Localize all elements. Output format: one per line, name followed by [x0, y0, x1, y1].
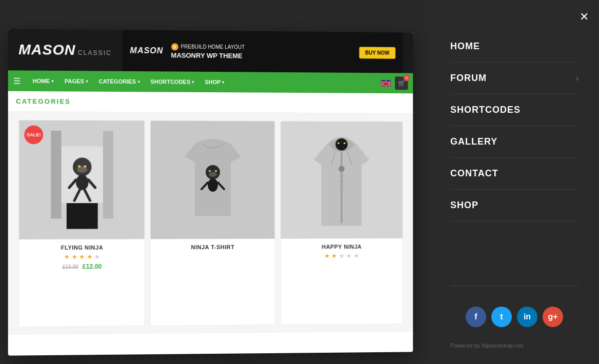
logo-classic: CLASSIC — [78, 49, 112, 57]
menu-item-gallery[interactable]: GALLERY — [450, 126, 578, 158]
svg-rect-5 — [84, 166, 86, 168]
banner-text-block: 9 PREBUILD HOME LAYOUT MASONRY WP THEME — [171, 43, 245, 59]
product-name-2: NINJA T-SHIRT — [156, 244, 269, 251]
nav-categories-label: CATEGORIES — [98, 78, 136, 85]
nav-pages-arrow: ▾ — [86, 79, 88, 84]
banner-num: 9 — [171, 43, 178, 50]
promo-banner: MASON 9 PREBUILD HOME LAYOUT MASONRY WP … — [122, 30, 403, 73]
site-mockup: MASON CLASSIC MASON 9 PREBUILD HOME LAYO… — [8, 29, 413, 355]
menu-item-home-label: HOME — [450, 41, 480, 52]
nav-shortcodes-arrow: ▾ — [192, 79, 194, 84]
product-stars-3: ★ ★ ★ ★ ★ — [286, 252, 397, 260]
menu-item-contact-label: CONTACT — [450, 168, 498, 179]
cart-badge: 9 — [404, 75, 410, 82]
banner-prebuild-label: PREBUILD HOME LAYOUT — [181, 44, 245, 50]
price-old-1: £15.00 — [63, 264, 78, 270]
menu-item-shop[interactable]: SHOP — [450, 190, 578, 221]
product-card-1[interactable]: SALE! — [18, 119, 145, 327]
svg-rect-28 — [337, 143, 340, 144]
facebook-icon[interactable]: f — [466, 307, 486, 327]
star-2: ★ — [72, 253, 77, 260]
logo: MASON CLASSIC — [18, 42, 112, 59]
svg-point-6 — [76, 175, 88, 190]
menu-divider — [450, 286, 578, 286]
svg-rect-16 — [209, 170, 211, 172]
banner-title: MASONRY WP THEME — [171, 51, 245, 59]
powered-by-text: Powered by Wpbootstrap.net — [430, 337, 599, 364]
product-name-3: HAPPY NINJA — [286, 244, 397, 250]
svg-point-27 — [335, 138, 348, 151]
svg-rect-29 — [344, 143, 346, 144]
nav-shop-label: SHOP — [205, 79, 221, 85]
product-card-2[interactable]: NINJA T-SHIRT — [150, 120, 275, 326]
banner-logo: MASON — [130, 46, 163, 56]
product-img-2 — [151, 121, 274, 239]
nav-home-arrow: ▾ — [51, 78, 53, 83]
banner-buy-button[interactable]: BUY NOW — [359, 47, 395, 58]
categories-banner: CATEGORIES — [8, 91, 413, 114]
nav-home-label: HOME — [33, 78, 50, 84]
menu-item-shortcodes[interactable]: SHORTCODES — [450, 94, 578, 126]
sale-badge-1: SALE! — [24, 126, 43, 144]
menu-item-shop-label: SHOP — [450, 200, 478, 211]
linkedin-icon[interactable]: in — [517, 307, 537, 327]
nav-shortcodes[interactable]: SHORTCODES ▾ — [146, 71, 198, 92]
svg-rect-4 — [78, 166, 81, 168]
twitter-icon[interactable]: t — [491, 307, 512, 327]
product-info-2: NINJA T-SHIRT — [151, 239, 274, 258]
svg-rect-25 — [340, 190, 344, 192]
star-h1: ★ — [325, 252, 330, 259]
banner-prebuild: 9 PREBUILD HOME LAYOUT — [171, 43, 245, 51]
svg-point-15 — [209, 172, 217, 177]
logo-text: MASON — [18, 42, 75, 58]
product-name-1: FLYING NINJA — [24, 244, 139, 251]
star-5: ★ — [94, 253, 99, 260]
close-button[interactable]: ✕ — [580, 10, 589, 24]
categories-title: CATEGORIES — [16, 97, 71, 106]
svg-rect-24 — [340, 185, 344, 187]
nav-pages-label: PAGES — [65, 78, 84, 84]
product-card-3[interactable]: HAPPY NINJA ★ ★ ★ ★ ★ — [280, 121, 403, 325]
menu-item-home[interactable]: HOME — [450, 31, 578, 63]
language-flag[interactable] — [381, 80, 391, 87]
star-h2: ★ — [332, 252, 337, 259]
svg-rect-13 — [66, 203, 97, 229]
star-h5: ★ — [353, 252, 359, 259]
price-new-1: £12.00 — [83, 263, 102, 270]
product-area: SALE! — [8, 112, 413, 335]
nav-shop-arrow: ▾ — [222, 80, 224, 85]
nav-home[interactable]: HOME ▾ — [28, 71, 57, 92]
nav-categories[interactable]: CATEGORIES ▾ — [94, 71, 144, 92]
menu-item-forum-label: FORUM — [450, 73, 487, 84]
site-header: MASON CLASSIC MASON 9 PREBUILD HOME LAYO… — [8, 29, 413, 73]
product-img-3 — [281, 122, 403, 239]
svg-point-18 — [208, 178, 218, 192]
nav-categories-arrow: ▾ — [137, 79, 139, 84]
menu-item-shortcodes-label: SHORTCODES — [450, 105, 521, 115]
svg-rect-11 — [51, 131, 61, 219]
star-h3: ★ — [339, 252, 345, 259]
menu-item-contact[interactable]: CONTACT — [450, 158, 578, 190]
menu-items-list: HOME FORUM › SHORTCODES GALLERY CONTACT … — [430, 0, 599, 275]
star-4: ★ — [87, 253, 92, 260]
product-price-1: £15.00 £12.00 — [24, 263, 139, 271]
svg-rect-22 — [340, 175, 344, 176]
svg-rect-23 — [340, 180, 344, 181]
star-1: ★ — [64, 253, 70, 260]
forum-arrow-icon: › — [576, 74, 578, 83]
svg-point-26 — [338, 166, 345, 172]
star-3: ★ — [79, 253, 85, 260]
nav-shop[interactable]: SHOP ▾ — [201, 72, 228, 92]
cart-button[interactable]: 🛒 9 — [395, 76, 408, 90]
nav-shortcodes-label: SHORTCODES — [150, 78, 190, 85]
hamburger-icon[interactable]: ☰ — [13, 76, 21, 86]
google-plus-icon[interactable]: g+ — [543, 307, 563, 327]
nav-right-section: 🛒 9 — [381, 76, 408, 90]
product-stars-1: ★ ★ ★ ★ ★ — [24, 253, 139, 260]
menu-item-forum[interactable]: FORUM › — [450, 63, 578, 94]
product-info-3: HAPPY NINJA ★ ★ ★ ★ ★ — [281, 238, 403, 267]
nav-pages[interactable]: PAGES ▾ — [61, 71, 92, 92]
star-h4: ★ — [346, 252, 352, 259]
svg-rect-12 — [103, 131, 113, 218]
right-panel: ✕ HOME FORUM › SHORTCODES GALLERY CONTAC… — [430, 0, 599, 364]
